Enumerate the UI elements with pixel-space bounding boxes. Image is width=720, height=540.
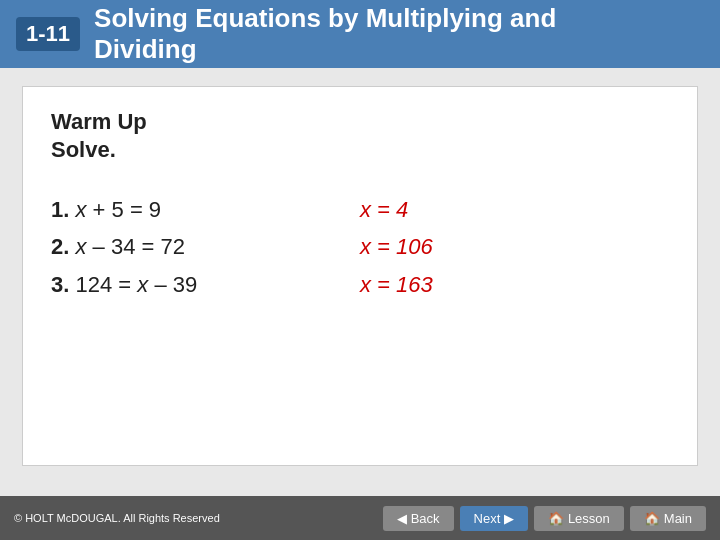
main-label: Main bbox=[664, 511, 692, 526]
footer-nav: ◀ Back Next ▶ 🏠 Lesson 🏠 Main bbox=[383, 506, 706, 531]
home-icon: 🏠 bbox=[548, 511, 564, 526]
problem-1-equation: x + 5 = 9 bbox=[75, 197, 161, 222]
problems-grid: 1. x + 5 = 9 2. x – 34 = 72 3. 124 = x –… bbox=[51, 191, 669, 303]
problem-2-number: 2. bbox=[51, 234, 69, 259]
back-button[interactable]: ◀ Back bbox=[383, 506, 454, 531]
next-button[interactable]: Next ▶ bbox=[460, 506, 528, 531]
header: 1-11 Solving Equations by Multiplying an… bbox=[0, 0, 720, 68]
header-title: Solving Equations by Multiplying and Div… bbox=[94, 3, 556, 65]
answer-3: x = 163 bbox=[360, 266, 669, 303]
main-home-icon: 🏠 bbox=[644, 511, 660, 526]
main-content: Warm Up Solve. 1. x + 5 = 9 2. x – 34 = … bbox=[22, 86, 698, 466]
problem-2-equation: x – 34 = 72 bbox=[75, 234, 184, 259]
answer-1: x = 4 bbox=[360, 191, 669, 228]
warm-up-subtitle: Solve. bbox=[51, 137, 669, 163]
problem-3-number: 3. bbox=[51, 272, 69, 297]
problem-3-equation: 124 = x – 39 bbox=[75, 272, 197, 297]
lesson-button[interactable]: 🏠 Lesson bbox=[534, 506, 624, 531]
answers-column: x = 4 x = 106 x = 163 bbox=[360, 191, 669, 303]
footer: © HOLT McDOUGAL. All Rights Reserved ◀ B… bbox=[0, 496, 720, 540]
lesson-label: Lesson bbox=[568, 511, 610, 526]
problem-1: 1. x + 5 = 9 bbox=[51, 191, 360, 228]
warm-up-title: Warm Up bbox=[51, 109, 669, 135]
copyright-text: © HOLT McDOUGAL. All Rights Reserved bbox=[14, 512, 220, 524]
main-button[interactable]: 🏠 Main bbox=[630, 506, 706, 531]
header-title-line2: Dividing bbox=[94, 34, 556, 65]
lesson-badge: 1-11 bbox=[16, 17, 80, 51]
problem-3: 3. 124 = x – 39 bbox=[51, 266, 360, 303]
problem-2: 2. x – 34 = 72 bbox=[51, 228, 360, 265]
answer-2: x = 106 bbox=[360, 228, 669, 265]
problem-1-number: 1. bbox=[51, 197, 69, 222]
problems-column: 1. x + 5 = 9 2. x – 34 = 72 3. 124 = x –… bbox=[51, 191, 360, 303]
header-title-line1: Solving Equations by Multiplying and bbox=[94, 3, 556, 34]
